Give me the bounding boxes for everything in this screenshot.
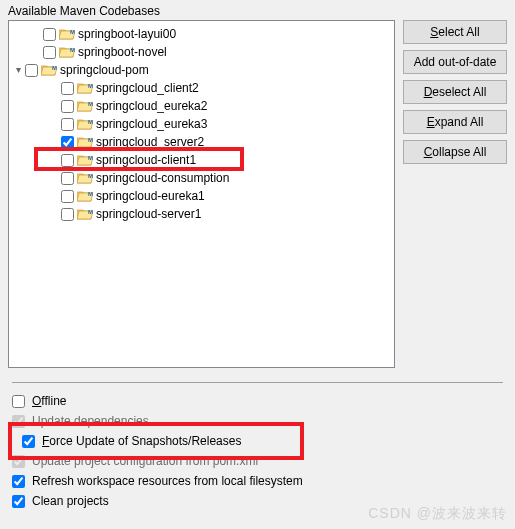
separator (12, 382, 503, 383)
maven-folder-icon: M (59, 44, 75, 60)
tree-item[interactable]: Mspringcloud-client1 (11, 151, 392, 169)
svg-text:M: M (70, 47, 75, 53)
svg-text:M: M (88, 83, 93, 89)
tree-item-label: springcloud_server2 (96, 133, 204, 151)
tree-item-label: springcloud_client2 (96, 79, 199, 97)
select-all-button[interactable]: Select All (403, 20, 507, 44)
tree-item-checkbox[interactable] (61, 82, 74, 95)
tree-item-checkbox[interactable] (61, 154, 74, 167)
collapse-all-button[interactable]: Collapse All (403, 140, 507, 164)
update-proj-checkbox (12, 455, 25, 468)
svg-text:M: M (52, 65, 57, 71)
tree-item-checkbox[interactable] (61, 172, 74, 185)
tree-item-checkbox[interactable] (25, 64, 38, 77)
update-deps-checkbox (12, 415, 25, 428)
offline-checkbox[interactable] (12, 395, 25, 408)
svg-text:M: M (88, 101, 93, 107)
maven-folder-icon: M (77, 152, 93, 168)
expand-all-button[interactable]: Expand All (403, 110, 507, 134)
tree-item[interactable]: Mspringcloud-eureka1 (11, 187, 392, 205)
tree-item-label: springboot-novel (78, 43, 167, 61)
maven-folder-icon: M (77, 206, 93, 222)
tree-item-label: springboot-layui00 (78, 25, 176, 43)
tree-item-label: springcloud-client1 (96, 151, 196, 169)
tree-item-checkbox[interactable] (43, 28, 56, 41)
tree-item[interactable]: Mspringboot-novel (11, 43, 392, 61)
offline-label: Offline (32, 394, 66, 408)
tree-item-checkbox[interactable] (61, 190, 74, 203)
maven-folder-icon: M (77, 116, 93, 132)
tree-item[interactable]: Mspringcloud_eureka3 (11, 115, 392, 133)
maven-folder-icon: M (77, 188, 93, 204)
tree-item[interactable]: Mspringcloud_server2 (11, 133, 392, 151)
tree-item-checkbox[interactable] (61, 136, 74, 149)
add-out-of-date-button[interactable]: Add out-of-date (403, 50, 507, 74)
maven-folder-icon: M (59, 26, 75, 42)
maven-folder-icon: M (41, 62, 57, 78)
tree-item[interactable]: Mspringcloud_client2 (11, 79, 392, 97)
clean-proj-label: Clean projects (32, 494, 109, 508)
svg-text:M: M (88, 209, 93, 215)
svg-text:M: M (88, 173, 93, 179)
tree-item-label: springcloud_eureka2 (96, 97, 207, 115)
panel-title: Available Maven Codebases (0, 0, 515, 20)
refresh-ws-checkbox[interactable] (12, 475, 25, 488)
maven-folder-icon: M (77, 134, 93, 150)
tree-item-label: springcloud-server1 (96, 205, 201, 223)
tree-item[interactable]: Mspringcloud-consumption (11, 169, 392, 187)
svg-text:M: M (88, 155, 93, 161)
tree-item[interactable]: Mspringcloud-server1 (11, 205, 392, 223)
force-update-checkbox[interactable] (22, 435, 35, 448)
codebase-tree[interactable]: Mspringboot-layui00Mspringboot-novel▾Msp… (8, 20, 395, 368)
twisty-open-icon[interactable]: ▾ (11, 61, 25, 79)
clean-proj-checkbox[interactable] (12, 495, 25, 508)
watermark: CSDN @波来波来转 (368, 505, 507, 523)
tree-item-checkbox[interactable] (61, 100, 74, 113)
deselect-all-button[interactable]: Deselect All (403, 80, 507, 104)
tree-item-checkbox[interactable] (43, 46, 56, 59)
tree-item[interactable]: Mspringcloud_eureka2 (11, 97, 392, 115)
svg-text:M: M (70, 29, 75, 35)
maven-folder-icon: M (77, 80, 93, 96)
tree-item-checkbox[interactable] (61, 208, 74, 221)
maven-folder-icon: M (77, 170, 93, 186)
svg-text:M: M (88, 191, 93, 197)
tree-item-label: springcloud_eureka3 (96, 115, 207, 133)
tree-item-label: springcloud-pom (60, 61, 149, 79)
tree-item-label: springcloud-eureka1 (96, 187, 205, 205)
refresh-ws-label: Refresh workspace resources from local f… (32, 474, 303, 488)
tree-item[interactable]: ▾Mspringcloud-pom (11, 61, 392, 79)
tree-item-checkbox[interactable] (61, 118, 74, 131)
force-update-label: Force Update of Snapshots/Releases (42, 434, 241, 448)
svg-text:M: M (88, 137, 93, 143)
svg-text:M: M (88, 119, 93, 125)
maven-folder-icon: M (77, 98, 93, 114)
update-deps-label: Update dependencies (32, 414, 149, 428)
tree-item-label: springcloud-consumption (96, 169, 229, 187)
update-proj-label: Update project configuration from pom.xm… (32, 454, 258, 468)
tree-item[interactable]: Mspringboot-layui00 (11, 25, 392, 43)
